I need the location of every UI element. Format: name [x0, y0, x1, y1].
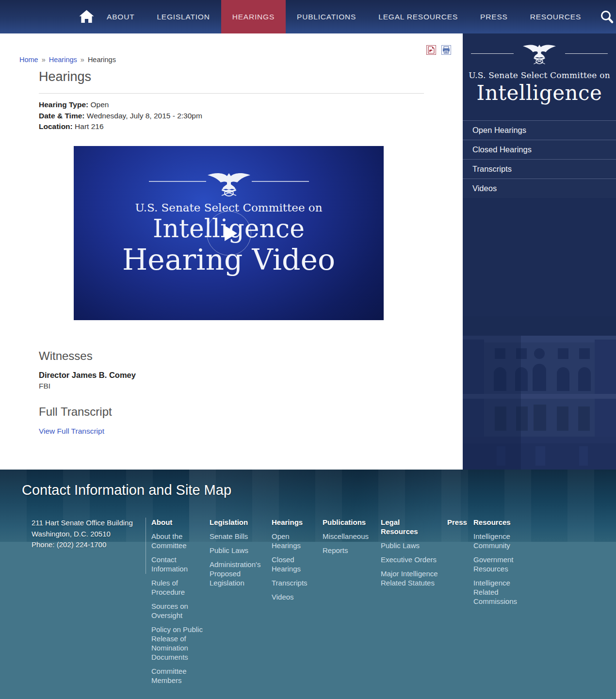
nav-label: LEGISLATION	[157, 13, 210, 21]
footer-column-title: Legislation	[210, 518, 264, 527]
breadcrumb: Home»Hearings»Hearings	[19, 56, 116, 64]
footer-link-public-laws-legal[interactable]: Public Laws	[381, 541, 420, 550]
nav-label: RESOURCES	[530, 13, 581, 21]
nav-item-resources[interactable]: RESOURCES	[519, 0, 592, 33]
search-button[interactable]	[592, 0, 616, 33]
nav-label: ABOUT	[107, 13, 134, 21]
breadcrumb-separator: »	[81, 56, 84, 64]
breadcrumb-hearings-link[interactable]: Hearings	[49, 56, 77, 64]
nav-label: PRESS	[480, 13, 508, 21]
nav-label: PUBLICATIONS	[297, 13, 356, 21]
logo-rule-left	[471, 53, 514, 54]
footer-link-administrations-proposed-legislation[interactable]: Administration's Proposed Legislation	[210, 560, 260, 587]
footer-link-policy-nomination-documents[interactable]: Policy on Public Release of Nomination D…	[151, 625, 203, 661]
breadcrumb-separator: »	[42, 56, 46, 64]
hearing-video-player[interactable]: U.S. Senate Select Committee on Intellig…	[74, 146, 384, 320]
footer-link-reports[interactable]: Reports	[323, 546, 348, 554]
senate-eagle-crest-icon	[149, 170, 309, 197]
footer-link-intelligence-related-commissions[interactable]: Intelligence Related Commissions	[473, 579, 517, 605]
footer-link-videos[interactable]: Videos	[272, 593, 294, 601]
hearing-location-row: Location: Hart 216	[39, 121, 202, 132]
sidebar-item-open-hearings[interactable]: Open Hearings	[463, 120, 616, 140]
footer-contact-info: 211 Hart Senate Office Building Washingt…	[32, 518, 146, 690]
footer-link-intelligence-community[interactable]: Intelligence Community	[473, 532, 510, 550]
main-content: Home»Hearings»Hearings Hearings Hearing …	[0, 33, 463, 470]
home-button[interactable]	[78, 0, 96, 33]
committee-logo: U.S. Senate Select Committee on Intellig…	[463, 33, 616, 105]
footer-column-legal-resources: Legal Resources Public Laws Executive Or…	[381, 518, 439, 690]
footer-column-title: About	[151, 518, 204, 527]
sidebar-item-label: Open Hearings	[472, 126, 526, 135]
footer-column-title: Publications	[323, 518, 371, 527]
witnesses-heading: Witnesses	[39, 349, 93, 363]
footer-heading: Contact Information and Site Map	[22, 482, 231, 498]
footer-column-hearings: Hearings Open Hearings Closed Hearings T…	[272, 518, 315, 690]
search-icon	[599, 9, 615, 25]
footer-link-open-hearings[interactable]: Open Hearings	[272, 532, 301, 550]
full-transcript-heading: Full Transcript	[39, 405, 112, 419]
footer-column-title: Resources	[473, 518, 521, 527]
footer-link-public-laws[interactable]: Public Laws	[210, 546, 248, 554]
footer-link-rules-of-procedure[interactable]: Rules of Procedure	[151, 579, 185, 596]
nav-item-legislation[interactable]: LEGISLATION	[146, 0, 221, 33]
senate-building-image	[463, 316, 616, 470]
committee-sidebar: U.S. Senate Select Committee on Intellig…	[463, 33, 616, 470]
footer-link-closed-hearings[interactable]: Closed Hearings	[272, 555, 301, 573]
footer-link-about-the-committee[interactable]: About the Committee	[151, 532, 187, 550]
hearing-type-label: Hearing Type:	[39, 100, 88, 109]
pdf-icon[interactable]	[426, 45, 436, 55]
hearing-location-value: Hart 216	[75, 122, 103, 130]
nav-label: LEGAL RESOURCES	[378, 13, 458, 21]
witness-name: Director James B. Comey	[39, 371, 136, 380]
hearing-datetime-label: Date & Time:	[39, 112, 84, 120]
hearing-type-row: Hearing Type: Open	[39, 99, 202, 111]
footer-column-title: Press	[447, 518, 468, 527]
home-icon	[78, 8, 96, 26]
nav-item-press[interactable]: PRESS	[469, 0, 519, 33]
footer-column-about: About About the Committee Contact Inform…	[151, 518, 204, 690]
hearing-datetime-row: Date & Time: Wednesday, July 8, 2015 - 2…	[39, 111, 202, 122]
footer-link-transcripts[interactable]: Transcripts	[272, 579, 308, 587]
footer-link-major-intelligence-related-statutes[interactable]: Major Intelligence Related Statutes	[381, 569, 438, 587]
play-button[interactable]	[207, 211, 251, 256]
nav-item-publications[interactable]: PUBLICATIONS	[286, 0, 367, 33]
footer-link-committee-members[interactable]: Committee Members	[151, 667, 187, 684]
logo-rule-right	[565, 53, 608, 54]
sidebar-item-label: Closed Hearings	[472, 145, 532, 154]
footer-column-press: Press	[447, 518, 468, 690]
page-tools	[426, 45, 451, 55]
view-full-transcript-link[interactable]: View Full Transcript	[39, 427, 104, 436]
hearing-location-label: Location:	[39, 122, 73, 130]
breadcrumb-home-link[interactable]: Home	[19, 56, 38, 64]
witness-organization: FBI	[39, 382, 50, 390]
footer-link-sources-on-oversight[interactable]: Sources on Oversight	[151, 602, 188, 619]
footer-link-government-resources[interactable]: Government Resources	[473, 555, 514, 573]
sidebar-item-label: Videos	[472, 184, 497, 193]
contact-phone: Phone: (202) 224-1700	[32, 539, 146, 551]
senate-eagle-crest-icon	[519, 42, 560, 67]
footer-column-resources: Resources Intelligence Community Governm…	[473, 518, 521, 690]
footer: Contact Information and Site Map 211 Har…	[0, 470, 616, 699]
top-navigation: ABOUT LEGISLATION HEARINGS PUBLICATIONS …	[0, 0, 616, 33]
sidebar-item-label: Transcripts	[472, 164, 512, 174]
hearing-details: Hearing Type: Open Date & Time: Wednesda…	[39, 99, 202, 132]
footer-column-title: Legal Resources	[381, 518, 439, 536]
hearing-datetime-value: Wednesday, July 8, 2015 - 2:30pm	[87, 112, 202, 120]
sidebar-navigation: Open Hearings Closed Hearings Transcript…	[463, 120, 616, 198]
footer-link-contact-information[interactable]: Contact Information	[151, 555, 188, 573]
nav-item-legal-resources[interactable]: LEGAL RESOURCES	[367, 0, 469, 33]
print-icon[interactable]	[441, 45, 451, 55]
contact-address-line1: 211 Hart Senate Office Building	[32, 518, 146, 529]
play-icon	[225, 226, 237, 241]
footer-link-senate-bills[interactable]: Senate Bills	[210, 532, 248, 540]
nav-item-about[interactable]: ABOUT	[96, 0, 146, 33]
nav-label: HEARINGS	[232, 13, 275, 21]
sidebar-item-transcripts[interactable]: Transcripts	[463, 159, 616, 179]
contact-address-line2: Washington, D.C. 20510	[32, 529, 146, 540]
sidebar-item-closed-hearings[interactable]: Closed Hearings	[463, 140, 616, 159]
footer-link-executive-orders[interactable]: Executive Orders	[381, 555, 437, 564]
footer-link-miscellaneous[interactable]: Miscellaneous	[323, 532, 369, 540]
sidebar-item-videos[interactable]: Videos	[463, 179, 616, 198]
nav-item-hearings[interactable]: HEARINGS	[221, 0, 286, 33]
breadcrumb-current: Hearings	[88, 56, 116, 64]
